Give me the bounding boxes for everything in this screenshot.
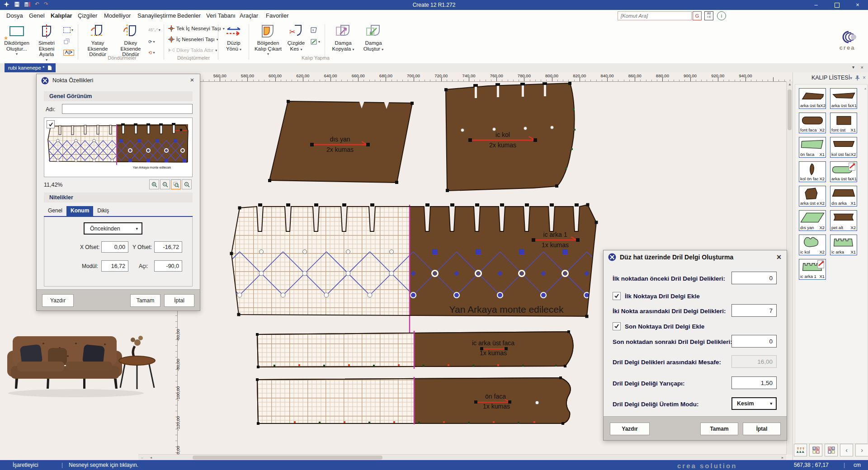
radius-field[interactable]: 1,50 (731, 376, 777, 389)
reference-dropdown[interactable]: Öncekinden▾ (84, 222, 142, 235)
y-offset-field[interactable]: -16,72 (154, 241, 182, 253)
last-point-check-row[interactable]: Son Noktaya Dril Delgi Ekle (613, 322, 704, 330)
tabstrip-close-icon[interactable]: × (861, 65, 863, 70)
symmetry-axis-button[interactable]: Simetri Ekseni Ayarla▾ (32, 24, 61, 63)
menu-cizgiler[interactable]: Çizgiler (76, 10, 99, 22)
cancel-button[interactable]: İptal (743, 423, 781, 435)
print-button[interactable]: Yazdır (610, 423, 650, 435)
horizontal-scroll-thumb[interactable] (193, 456, 382, 460)
command-search-input[interactable] (618, 11, 692, 20)
stamp-create-button[interactable]: DamgaOluştur ▾ (359, 24, 387, 52)
mirror-shapes-tool[interactable]: ᗅ|ᗆ (63, 48, 74, 57)
dashed-rect-tool[interactable]: ▾ (63, 25, 73, 34)
zoom-fit-button[interactable] (182, 179, 192, 189)
menu-araclar[interactable]: Araçlar (238, 10, 260, 22)
tab-konum[interactable]: Konum (66, 206, 93, 216)
zoom-out-button[interactable] (160, 179, 170, 189)
rotate-free-tool[interactable]: ⟳▾ (148, 37, 155, 46)
scroll-right-icon[interactable]: ▸ (782, 456, 783, 460)
add-region-tool[interactable]: + (310, 25, 317, 34)
tab-dikis[interactable]: Dikiş (93, 206, 113, 216)
print-button[interactable]: Yazdır (42, 294, 74, 307)
pattern-list-item[interactable]: ic kolX2 (799, 235, 826, 255)
pin-icon[interactable] (855, 75, 859, 80)
pattern-list-item[interactable]: arka üst faX2 (799, 88, 826, 109)
before-count-field[interactable]: 0 (731, 272, 777, 284)
angle-field[interactable]: -90,0 (154, 260, 182, 272)
scroll-minus-icon[interactable]: – (141, 456, 143, 460)
x-offset-field[interactable]: 0,00 (101, 241, 128, 253)
horizontal-scrollbar[interactable]: – ◂ ▸ (138, 454, 786, 460)
between-count-field[interactable]: 7 (731, 304, 777, 317)
region-export-tool[interactable]: ▾ (310, 37, 320, 46)
extract-pattern-button[interactable]: Bölgeden Kalıp Çıkart▾ (252, 24, 284, 57)
after-count-field[interactable]: 0 (731, 335, 777, 348)
pattern-list-item[interactable]: arka üst faX1 (830, 161, 857, 182)
rotate-vertical-axis-button[interactable]: Dikey Eksende Döndür (115, 24, 146, 57)
menu-genel[interactable]: Genel (27, 10, 47, 22)
unit-indicator[interactable]: cm (854, 462, 861, 468)
arrange-pieces-button[interactable] (794, 444, 807, 456)
pattern-list-item[interactable]: arka üst faX1 (830, 88, 857, 109)
pattern-list-item[interactable]: kol üst facX2 (830, 137, 857, 158)
minimize-button[interactable]: – (806, 0, 826, 10)
cancel-button[interactable]: İptal (164, 294, 194, 307)
rectangle-create-button[interactable]: ★ Dikdörtgen Oluştur...▾ (3, 24, 31, 57)
piece-dis-yan[interactable]: dıs yan 2x kumas (268, 100, 414, 184)
pattern-list-item[interactable]: dıs arkaX1 (830, 186, 857, 207)
checkbox-checked-icon[interactable] (613, 322, 621, 330)
pattern-list-item[interactable]: kol ön facX2 (799, 161, 826, 182)
menu-favoriler[interactable]: Favoriler (264, 10, 291, 22)
stamp-copy-button[interactable]: DamgaKopyala ▾ (329, 24, 357, 52)
pattern-list-item[interactable]: font üstX1 (830, 113, 857, 133)
name-input[interactable] (62, 104, 193, 114)
panel-chevron-down-icon[interactable]: ▾ (850, 75, 852, 80)
mode-dropdown[interactable]: Kesim▾ (731, 397, 777, 410)
vertical-scrollbar[interactable]: ▲ (786, 81, 793, 455)
module-field[interactable]: 16,72 (101, 260, 128, 272)
pattern-list-item[interactable]: pet altX2 (830, 210, 857, 231)
scroll-up-icon[interactable]: ▲ (788, 82, 792, 86)
dialog-title-bar[interactable]: Nokta Özellikleri × (37, 74, 200, 87)
close-button[interactable]: × (847, 0, 868, 10)
zoom-region-button[interactable] (171, 179, 181, 189)
tab-genel[interactable]: Genel (44, 206, 66, 216)
menu-veri-tabani[interactable]: Veri Tabanı (204, 10, 237, 22)
menu-bedenler[interactable]: Bedenler (175, 10, 203, 22)
altx-shortcut-icon[interactable]: Alt+X (704, 11, 713, 20)
preview-checkbox[interactable] (47, 120, 55, 128)
dictionary-icon[interactable]: G (693, 11, 702, 20)
grain-direction-button[interactable]: DüzipYönü ▾ (222, 24, 246, 52)
ok-button[interactable]: Tamam (130, 294, 160, 307)
piece-ic-kol[interactable]: ic kol 2x kumas (444, 82, 576, 192)
pattern-list-item[interactable]: ön facaX1 (799, 137, 826, 158)
ok-button[interactable]: Tamam (700, 423, 738, 435)
menu-dosya[interactable]: Dosya (5, 10, 25, 22)
zoom-in-button[interactable] (149, 179, 159, 189)
move-single-inner-button[interactable]: Tek İç Nesneyi Taşı▾ (168, 24, 225, 33)
drill-punch-dialog[interactable]: Düz hat üzerinde Dril Delgi Oluşturma × … (603, 250, 787, 441)
pattern-list-item[interactable]: ic arkaX1 (830, 235, 857, 255)
piece-on-faca[interactable]: ön faca 1x kumas (256, 376, 577, 426)
pattern-list-item[interactable]: ic arka 1X1 (799, 259, 826, 280)
vertical-scroll-thumb[interactable] (788, 89, 792, 130)
close-icon[interactable]: × (188, 76, 196, 84)
grid-view-button[interactable]: DB (809, 444, 822, 456)
list-scroll-up-icon[interactable]: ▴ (864, 86, 866, 90)
piece-ic-arka[interactable] (196, 202, 630, 338)
panel-close-icon[interactable]: × (863, 75, 866, 81)
restore-button[interactable] (826, 0, 847, 10)
dialog-title-bar[interactable]: Düz hat üzerinde Dril Delgi Oluşturma × (604, 250, 787, 264)
info-icon[interactable]: i (717, 11, 726, 20)
pattern-list-item[interactable]: font facaX2 (799, 113, 826, 133)
scroll-left-icon[interactable]: ◂ (150, 456, 152, 460)
rotate-horizontal-axis-button[interactable]: Yatay Eksende Döndür (81, 24, 114, 57)
close-icon[interactable]: × (775, 253, 783, 262)
preview-box[interactable]: Yan Arkaya monte edilecek (44, 118, 193, 177)
prev-page-button[interactable]: ‹ (840, 444, 853, 456)
first-point-check-row[interactable]: İlk Noktaya Dril Delgi Ekle (613, 292, 700, 300)
piece-ic-arka-ust-faca[interactable]: ic arka üst faca 1x kumas (256, 329, 577, 369)
pattern-list-item[interactable]: dıs yanX2 (799, 210, 826, 231)
menu-kaliplar[interactable]: Kalıplar (49, 10, 74, 23)
tabstrip-chevron-down-icon[interactable]: ▾ (852, 65, 854, 70)
